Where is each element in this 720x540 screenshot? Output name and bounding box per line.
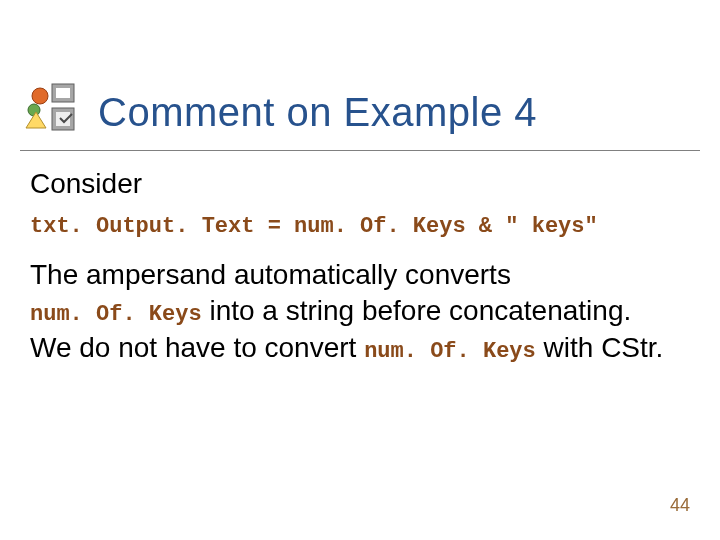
paragraph-2-rest: into a string before concatenating. [202, 295, 632, 326]
inline-code-1: num. Of. Keys [30, 302, 202, 327]
paragraph-3-post: with CStr. [536, 332, 664, 363]
page-number: 44 [670, 495, 690, 516]
header-divider [20, 150, 700, 152]
paragraph-3: We do not have to convert num. Of. Keys … [30, 330, 690, 367]
slide-title: Comment on Example 4 [98, 92, 537, 138]
svg-point-4 [32, 88, 48, 104]
svg-marker-6 [26, 112, 46, 128]
code-line: txt. Output. Text = num. Of. Keys & " ke… [30, 214, 690, 239]
paragraph-2: num. Of. Keys into a string before conca… [30, 293, 690, 330]
svg-point-5 [28, 104, 40, 116]
inline-code-2: num. Of. Keys [364, 339, 536, 364]
paragraph-1: The ampersand automatically converts [30, 257, 690, 293]
paragraph-3-pre: We do not have to convert [30, 332, 364, 363]
consider-label: Consider [30, 168, 690, 200]
svg-rect-2 [56, 88, 70, 98]
header-icon [20, 78, 80, 138]
